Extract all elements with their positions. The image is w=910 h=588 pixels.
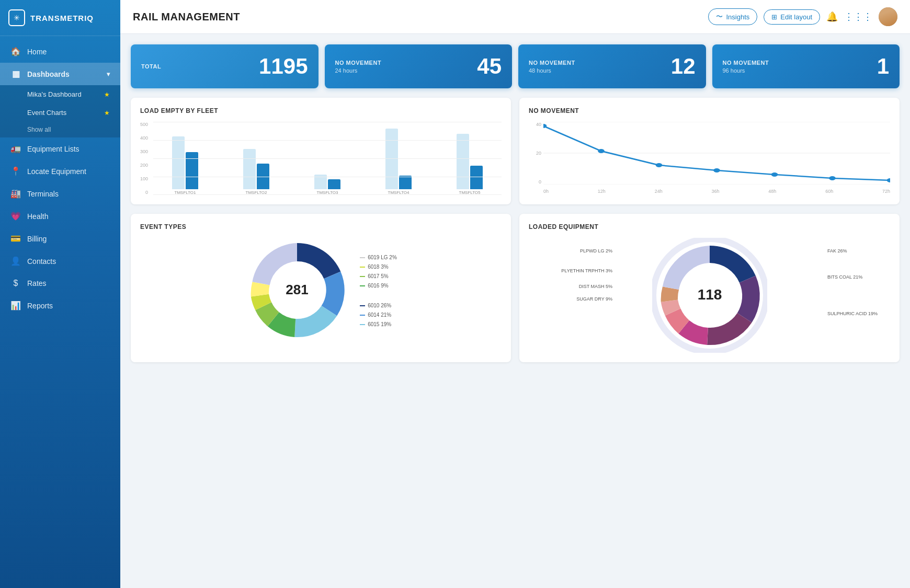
donut-center-text: 281 — [286, 282, 308, 297]
event-types-card: EVENT TYPES — [131, 214, 511, 362]
header-actions: 〜 Insights ⊞ Edit layout 🔔 ⋮⋮⋮ — [708, 7, 897, 26]
edit-layout-label: Edit layout — [780, 13, 812, 21]
legend-color-6016 — [360, 285, 365, 286]
event-types-title: EVENT TYPES — [140, 223, 502, 230]
reports-icon: 📊 — [10, 301, 21, 310]
loaded-equipment-card: LOADED EQUIPMENT PLPWD LG 2% PLYETHIN TR… — [519, 214, 900, 362]
sidebar-label-equipment-lists: Equipment Lists — [27, 145, 79, 153]
sidebar-label-reports: Reports — [27, 302, 53, 310]
y-label-300: 300 — [140, 149, 148, 154]
label-dist: DIST MASH 5% — [529, 284, 612, 289]
sidebar-item-rates[interactable]: $ Rates — [0, 272, 120, 294]
stat-card-24h[interactable]: NO MOVEMENT 24 hours 45 — [325, 44, 513, 88]
stat-cards-row: TOTAL 1195 NO MOVEMENT 24 hours 45 NO MO… — [131, 44, 900, 88]
stat-card-total-label-area: TOTAL — [141, 63, 161, 70]
billing-icon: 💳 — [10, 234, 21, 244]
label-sulphuric: SULPHURIC ACID 19% — [827, 311, 890, 316]
main-content: RAIL MANAGEMENT 〜 Insights ⊞ Edit layout… — [120, 0, 910, 588]
loaded-donut-svg: 118 — [652, 238, 767, 353]
line-chart-card: NO MOVEMENT 40 20 0 — [519, 98, 900, 204]
x-label-36h: 36h — [711, 189, 719, 194]
label-plpwd: PLPWD LG 2% — [529, 248, 612, 253]
sidebar-item-locate-equipment[interactable]: 📍 Locate Equipment — [0, 160, 120, 182]
legend-color-6017 — [360, 276, 365, 277]
x-label-60h: 60h — [825, 189, 833, 194]
sidebar-label-dashboards: Dashboards — [27, 70, 70, 78]
sidebar-nav: 🏠 Home ▦ Dashboards ▾ Mika's Dashboard ★… — [0, 36, 120, 588]
sidebar-item-equipment-lists[interactable]: 🚛 Equipment Lists — [0, 137, 120, 160]
sidebar-item-terminals[interactable]: 🏭 Terminals — [0, 182, 120, 205]
y-label-0: 0 — [140, 190, 148, 195]
logo-icon: ✳ — [8, 9, 25, 26]
sidebar-label-health: Health — [27, 212, 48, 221]
loaded-labels-left: PLPWD LG 2% PLYETHIN TRPHTH 3% DIST MASH… — [529, 248, 612, 302]
bar-chart-card: LOAD EMPTY BY FLEET 500 400 300 200 100 … — [131, 98, 511, 204]
stat-card-96h-label-area: NO MOVEMENT 96 hours — [723, 60, 769, 74]
chevron-down-icon: ▾ — [107, 71, 110, 78]
dashboard: TOTAL 1195 NO MOVEMENT 24 hours 45 NO MO… — [120, 34, 910, 588]
sidebar-item-event-charts[interactable]: Event Charts ★ — [0, 103, 120, 122]
stat-label-24h: NO MOVEMENT — [335, 60, 382, 66]
sidebar-item-contacts[interactable]: 👤 Contacts — [0, 250, 120, 272]
sidebar-item-dashboards[interactable]: ▦ Dashboards ▾ — [0, 63, 120, 85]
event-charts-label: Event Charts — [27, 109, 66, 117]
legend-color-6019 — [360, 257, 365, 258]
event-types-donut: 281 — [245, 238, 349, 344]
rates-icon: $ — [10, 279, 21, 288]
event-donut-svg: 281 — [245, 238, 349, 342]
legend-label-6019: 6019 LG 2% — [368, 253, 397, 262]
star-icon-events: ★ — [104, 109, 110, 117]
dot-12 — [598, 149, 605, 153]
user-avatar[interactable] — [879, 7, 897, 26]
legend-label-6018: 6018 3% — [368, 262, 388, 272]
legend-label-6010: 6010 26% — [368, 301, 391, 310]
y-label-400: 400 — [140, 135, 148, 141]
sidebar-item-billing[interactable]: 💳 Billing — [0, 227, 120, 250]
terminals-icon: 🏭 — [10, 189, 21, 199]
bell-icon[interactable]: 🔔 — [826, 11, 838, 22]
logo-area: ✳ TRANSMETRIQ — [0, 0, 120, 36]
star-icon-mikas: ★ — [104, 91, 110, 98]
legend-6014: 6014 21% — [360, 310, 397, 320]
sidebar-item-health[interactable]: 💗 Health — [0, 205, 120, 227]
label-sugar: SUGAR DRY 9% — [529, 296, 612, 302]
line-x-labels: 0h 12h 24h 36h 48h 60h 72h — [543, 189, 890, 194]
sidebar: ✳ TRANSMETRIQ 🏠 Home ▦ Dashboards ▾ Mika… — [0, 0, 120, 588]
legend-label-6015: 6015 19% — [368, 320, 391, 329]
health-icon: 💗 — [10, 211, 21, 221]
stat-sublabel-24h: 24 hours — [335, 67, 382, 74]
legend-6010: 6010 26% — [360, 301, 397, 310]
stat-card-48h[interactable]: NO MOVEMENT 48 hours 12 — [518, 44, 706, 88]
label-bits-coal: BITS COAL 21% — [827, 274, 890, 280]
mikas-dashboard-label: Mika's Dashboard — [27, 90, 82, 98]
grid-icon[interactable]: ⋮⋮⋮ — [844, 11, 872, 22]
legend-color-6014 — [360, 315, 365, 316]
legend-6019: 6019 LG 2% — [360, 253, 397, 262]
insights-icon: 〜 — [716, 12, 723, 21]
legend-6017: 6017 5% — [360, 272, 397, 281]
sidebar-item-home[interactable]: 🏠 Home — [0, 40, 120, 63]
charts-row-2: EVENT TYPES — [131, 214, 900, 362]
insights-button[interactable]: 〜 Insights — [708, 8, 757, 25]
equipment-icon: 🚛 — [10, 144, 21, 154]
show-all-link[interactable]: Show all — [0, 122, 120, 137]
edit-layout-button[interactable]: ⊞ Edit layout — [764, 9, 820, 25]
line-y-0: 0 — [529, 179, 541, 185]
legend-label-6016: 6016 9% — [368, 281, 388, 291]
legend-6016: 6016 9% — [360, 281, 397, 291]
stat-value-24h: 45 — [477, 54, 502, 79]
sidebar-label-billing: Billing — [27, 235, 47, 243]
sidebar-item-mikas-dashboard[interactable]: Mika's Dashboard ★ — [0, 85, 120, 103]
line-chart-svg — [543, 122, 890, 185]
x-label-72h: 72h — [882, 189, 890, 194]
sidebar-item-reports[interactable]: 📊 Reports — [0, 294, 120, 317]
stat-sublabel-48h: 48 hours — [529, 67, 575, 74]
bar-chart-title: LOAD EMPTY BY FLEET — [140, 107, 502, 114]
sidebar-label-rates: Rates — [27, 279, 47, 287]
dot-24 — [656, 163, 663, 167]
sidebar-label-home: Home — [27, 48, 47, 56]
dot-36 — [713, 168, 720, 172]
stat-card-total[interactable]: TOTAL 1195 — [131, 44, 318, 88]
legend-label-6014: 6014 21% — [368, 310, 391, 320]
stat-card-96h[interactable]: NO MOVEMENT 96 hours 1 — [712, 44, 900, 88]
